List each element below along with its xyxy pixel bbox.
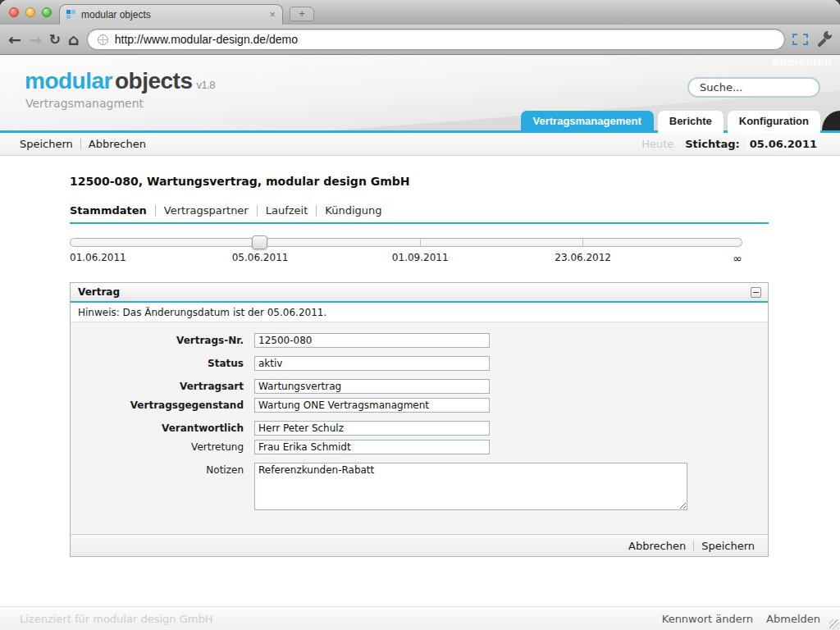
change-password-link[interactable]: Kennwort ändern [662,613,753,625]
timeline-slider-handle[interactable] [252,235,267,249]
reload-button[interactable]: ↻ [49,32,61,48]
form-row: Status [71,356,768,371]
tab-berichte[interactable]: Berichte [658,111,724,133]
app-logo: modularobjectsv1.8 [25,68,215,94]
timeline-date-label: 23.06.2012 [555,252,611,263]
url-text[interactable]: http://www.modular-design.de/demo [115,33,298,46]
field-label-status: Status [71,356,254,371]
field-label-verantwortlich: Verantwortlich [71,421,254,436]
stichtag-label: Stichtag: [685,138,740,150]
app-footer: Lizenziert für modular design GmbH Kennw… [0,606,840,630]
subtab-kuendigung[interactable]: Kündigung [325,204,381,217]
status-input[interactable] [254,356,490,371]
separator [155,205,156,217]
app-nav-tabs: Vertragsmanagement Berichte Konfiguratio… [521,111,820,133]
logo-modular: modular [25,68,112,94]
new-tab-button[interactable]: + [290,7,314,21]
subtab-stammdaten[interactable]: Stammdaten [70,204,147,217]
subtab-laufzeit[interactable]: Laufzeit [266,204,308,217]
verantwortlich-input[interactable] [254,421,490,436]
vertragsgegenstand-input[interactable] [254,398,490,413]
browser-toolbar: ← → ↻ ⌂ http://www.modular-design.de/dem… [0,25,840,55]
modular-favicon-icon [66,10,76,20]
timeline: 01.06.2011 05.06.2011 01.09.2011 23.06.2… [70,238,742,265]
tab-konfiguration[interactable]: Konfiguration [728,111,820,133]
collapse-button[interactable]: − [751,287,761,298]
stichtag-group: Heute Stichtag: 05.06.2011 [641,137,820,151]
logout-link[interactable]: Abmelden [766,613,820,625]
separator [80,139,81,149]
timeline-labels: 01.06.2011 05.06.2011 01.09.2011 23.06.2… [70,252,742,265]
separator [316,205,317,217]
license-text: Lizenziert für modular design GmbH [20,613,212,625]
logo-version: v1.8 [197,79,216,91]
globe-icon [98,34,108,45]
app-subtitle: Vertragsmanagment [25,97,144,110]
resize-grip[interactable] [829,619,839,629]
app-header: Abmelden modularobjectsv1.8 Vertragsmana… [0,55,840,130]
app-toolbar: Speichern Abbrechen Heute Stichtag: 05.0… [0,133,840,156]
stichtag-value[interactable]: 05.06.2011 [746,137,820,151]
browser-tab-strip: modular objects × + [0,0,840,25]
timeline-tick [420,239,421,246]
browser-window: modular objects × + ← → ↻ ⌂ http://www.m… [0,0,840,630]
vertrags-nr-input[interactable] [254,333,490,348]
form-row: Verantwortlich [71,421,768,436]
panel-save-link[interactable]: Speichern [701,540,755,552]
window-zoom-button[interactable] [42,7,52,17]
panel-cancel-link[interactable]: Abbrechen [628,540,686,552]
vertragsart-input[interactable] [254,379,490,394]
forward-button[interactable]: → [29,32,42,48]
separator [693,541,694,551]
form-row: Vertragsgegenstand [71,398,768,413]
main-content: 12500-080, Wartungsvertrag, modular desi… [0,156,840,606]
timeline-date-label: 01.06.2011 [70,252,126,263]
cancel-link[interactable]: Abbrechen [89,138,146,150]
browser-tab[interactable]: modular objects × [59,4,283,25]
app-page: Abmelden modularobjectsv1.8 Vertragsmana… [0,55,840,630]
form-row: Vertragsart [71,379,768,394]
tab-vertragsmanagement[interactable]: Vertragsmanagement [521,111,654,133]
panel-hint: Hinweis: Das Änderungsdatum ist der 05.0… [71,303,768,322]
timeline-slider-track[interactable] [70,238,742,247]
subtab-vertragspartner[interactable]: Vertragspartner [164,204,249,217]
subtabs: Stammdaten Vertragspartner Laufzeit Künd… [70,204,769,224]
form-row: Vertretung [71,440,768,454]
window-minimize-button[interactable] [25,7,35,17]
form-row: Notizen Referenzkunden-Rabatt [71,463,768,510]
field-label-vertretung: Vertretung [71,440,254,454]
panel-header: Vertrag − [71,283,768,303]
plus-icon: + [299,7,305,20]
timeline-tick [582,239,583,246]
window-controls [9,7,52,17]
search-input[interactable] [687,77,820,98]
field-label-vertrags-nr: Vertrags-Nr. [71,333,254,348]
field-label-vertragsart: Vertragsart [71,379,254,394]
timeline-infinity-label: ∞ [733,252,742,265]
vertretung-input[interactable] [254,440,490,454]
selection-icon[interactable] [792,34,808,45]
field-label-notizen: Notizen [71,463,254,477]
save-link[interactable]: Speichern [20,138,73,150]
separator [257,205,258,217]
panel-title: Vertrag [78,286,120,298]
tab-close-icon[interactable]: × [269,10,276,20]
panel-footer: Abbrechen Speichern [71,534,768,556]
window-close-button[interactable] [9,7,19,17]
logo-objects: objects [115,68,193,94]
footer-links: Kennwort ändern Abmelden [662,613,820,625]
today-link[interactable]: Heute [641,138,673,150]
form-row: Vertrags-Nr. [71,333,768,348]
home-button[interactable]: ⌂ [68,32,80,48]
address-bar[interactable]: http://www.modular-design.de/demo [87,29,785,50]
faint-logout-text: Abmelden [771,56,832,68]
page-title: 12500-080, Wartungsvertrag, modular desi… [70,175,769,188]
wrench-icon[interactable] [815,31,832,48]
field-label-vertragsgegenstand: Vertragsgegenstand [71,398,254,413]
vertrag-panel: Vertrag − Hinweis: Das Änderungsdatum is… [70,282,769,557]
notizen-textarea[interactable]: Referenzkunden-Rabatt [254,463,687,510]
timeline-date-label: 01.09.2011 [392,252,449,263]
timeline-date-label: 05.06.2011 [232,252,289,263]
panel-body: Vertrags-Nr. Status Vertragsart Vertrags… [71,322,768,534]
back-button[interactable]: ← [8,32,21,48]
